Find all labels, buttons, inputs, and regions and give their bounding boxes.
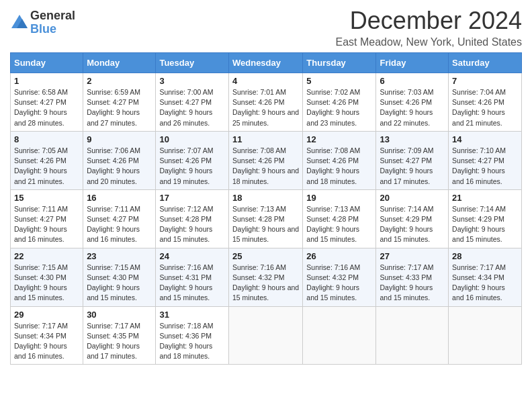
- weekday-header-monday: Monday: [83, 53, 156, 73]
- day-number: 1: [14, 76, 79, 86]
- sunset-label: Sunset: 4:33 PM: [380, 273, 432, 281]
- daylight-label: Daylight: 9 hours and 28 minutes.: [14, 108, 67, 126]
- calendar-cell: 7Sunrise: 7:04 AMSunset: 4:26 PMDaylight…: [449, 73, 522, 132]
- daylight-label: Daylight: 9 hours and 15 minutes.: [380, 225, 433, 243]
- day-info: Sunrise: 7:10 AMSunset: 4:27 PMDaylight:…: [452, 146, 518, 187]
- calendar-cell: 12Sunrise: 7:08 AMSunset: 4:26 PMDayligh…: [303, 131, 376, 189]
- sunset-label: Sunset: 4:26 PM: [306, 98, 359, 106]
- day-number: 7: [452, 76, 518, 86]
- day-number: 19: [306, 193, 372, 203]
- day-info: Sunrise: 7:14 AMSunset: 4:29 PMDaylight:…: [452, 204, 518, 245]
- calendar-cell: 30Sunrise: 7:17 AMSunset: 4:35 PMDayligh…: [83, 306, 156, 365]
- daylight-label: Daylight: 9 hours and 18 minutes.: [232, 167, 299, 185]
- sunset-label: Sunset: 4:26 PM: [14, 156, 66, 165]
- sunrise-label: Sunrise: 7:05 AM: [14, 146, 68, 154]
- calendar-cell: 26Sunrise: 7:16 AMSunset: 4:32 PMDayligh…: [303, 248, 376, 306]
- logo-general-text: General: [30, 9, 75, 23]
- sunset-label: Sunset: 4:29 PM: [452, 215, 504, 223]
- day-info: Sunrise: 7:04 AMSunset: 4:26 PMDaylight:…: [452, 87, 518, 128]
- week-row-1: 1Sunrise: 6:58 AMSunset: 4:27 PMDaylight…: [11, 73, 522, 132]
- sunset-label: Sunset: 4:26 PM: [159, 156, 212, 165]
- sunrise-label: Sunrise: 7:17 AM: [87, 322, 140, 330]
- day-number: 25: [232, 251, 299, 261]
- daylight-label: Daylight: 9 hours and 21 minutes.: [452, 108, 505, 126]
- day-number: 30: [87, 310, 152, 320]
- sunset-label: Sunset: 4:26 PM: [380, 98, 432, 106]
- calendar-cell: 14Sunrise: 7:10 AMSunset: 4:27 PMDayligh…: [449, 131, 522, 189]
- calendar-cell: 8Sunrise: 7:05 AMSunset: 4:26 PMDaylight…: [11, 131, 83, 189]
- sunrise-label: Sunrise: 7:06 AM: [87, 146, 140, 154]
- sunrise-label: Sunrise: 7:11 AM: [87, 205, 140, 213]
- sunset-label: Sunset: 4:32 PM: [306, 273, 359, 281]
- sunset-label: Sunset: 4:27 PM: [452, 156, 504, 165]
- day-number: 5: [306, 76, 372, 86]
- calendar-cell: 4Sunrise: 7:01 AMSunset: 4:26 PMDaylight…: [228, 73, 302, 132]
- sunset-label: Sunset: 4:30 PM: [14, 273, 66, 281]
- day-number: 16: [87, 193, 152, 203]
- daylight-label: Daylight: 9 hours and 15 minutes.: [87, 283, 140, 302]
- sunrise-label: Sunrise: 7:18 AM: [159, 322, 213, 330]
- sunrise-label: Sunrise: 7:17 AM: [452, 263, 506, 271]
- day-info: Sunrise: 7:17 AMSunset: 4:35 PMDaylight:…: [87, 321, 152, 362]
- daylight-label: Daylight: 9 hours and 22 minutes.: [380, 108, 433, 126]
- sunset-label: Sunset: 4:26 PM: [232, 156, 285, 165]
- calendar-cell: 28Sunrise: 7:17 AMSunset: 4:34 PMDayligh…: [449, 248, 522, 306]
- sunrise-label: Sunrise: 7:09 AM: [380, 146, 433, 154]
- calendar-cell: 21Sunrise: 7:14 AMSunset: 4:29 PMDayligh…: [449, 189, 522, 248]
- calendar-cell: 22Sunrise: 7:15 AMSunset: 4:30 PMDayligh…: [11, 248, 83, 306]
- day-info: Sunrise: 7:15 AMSunset: 4:30 PMDaylight:…: [87, 263, 152, 304]
- week-row-5: 29Sunrise: 7:17 AMSunset: 4:34 PMDayligh…: [11, 306, 522, 365]
- sunrise-label: Sunrise: 7:07 AM: [159, 146, 213, 154]
- day-info: Sunrise: 7:17 AMSunset: 4:34 PMDaylight:…: [14, 321, 79, 362]
- weekday-header-row: SundayMondayTuesdayWednesdayThursdayFrid…: [11, 53, 522, 73]
- day-info: Sunrise: 7:14 AMSunset: 4:29 PMDaylight:…: [380, 204, 445, 245]
- location-title: East Meadow, New York, United States: [336, 36, 522, 48]
- day-number: 8: [14, 134, 79, 144]
- sunrise-label: Sunrise: 7:12 AM: [159, 205, 213, 213]
- sunset-label: Sunset: 4:27 PM: [380, 156, 432, 165]
- daylight-label: Daylight: 9 hours and 16 minutes.: [14, 225, 67, 243]
- daylight-label: Daylight: 9 hours and 15 minutes.: [159, 283, 212, 302]
- day-number: 9: [87, 134, 152, 144]
- daylight-label: Daylight: 9 hours and 18 minutes.: [306, 167, 359, 185]
- day-info: Sunrise: 7:16 AMSunset: 4:32 PMDaylight:…: [232, 263, 299, 304]
- daylight-label: Daylight: 9 hours and 26 minutes.: [159, 108, 212, 126]
- day-info: Sunrise: 7:12 AMSunset: 4:28 PMDaylight:…: [159, 204, 225, 245]
- calendar-cell: 2Sunrise: 6:59 AMSunset: 4:27 PMDaylight…: [83, 73, 156, 132]
- weekday-header-friday: Friday: [376, 53, 449, 73]
- sunrise-label: Sunrise: 7:15 AM: [87, 263, 140, 271]
- day-info: Sunrise: 7:16 AMSunset: 4:32 PMDaylight:…: [306, 263, 372, 304]
- sunrise-label: Sunrise: 7:08 AM: [232, 146, 286, 154]
- daylight-label: Daylight: 9 hours and 25 minutes.: [232, 108, 299, 126]
- day-number: 4: [232, 76, 299, 86]
- sunset-label: Sunset: 4:36 PM: [159, 332, 212, 340]
- sunset-label: Sunset: 4:27 PM: [87, 215, 139, 223]
- day-number: 22: [14, 251, 79, 261]
- sunset-label: Sunset: 4:26 PM: [232, 98, 285, 106]
- day-number: 12: [306, 134, 372, 144]
- day-number: 27: [380, 251, 445, 261]
- daylight-label: Daylight: 9 hours and 16 minutes.: [452, 283, 505, 302]
- sunrise-label: Sunrise: 7:13 AM: [232, 205, 286, 213]
- calendar-cell: 15Sunrise: 7:11 AMSunset: 4:27 PMDayligh…: [11, 189, 83, 248]
- calendar-cell: 23Sunrise: 7:15 AMSunset: 4:30 PMDayligh…: [83, 248, 156, 306]
- day-info: Sunrise: 6:59 AMSunset: 4:27 PMDaylight:…: [87, 87, 152, 128]
- sunset-label: Sunset: 4:27 PM: [14, 98, 66, 106]
- daylight-label: Daylight: 9 hours and 15 minutes.: [232, 283, 299, 302]
- sunset-label: Sunset: 4:27 PM: [159, 98, 212, 106]
- sunset-label: Sunset: 4:27 PM: [14, 215, 66, 223]
- day-number: 3: [159, 76, 225, 86]
- daylight-label: Daylight: 9 hours and 17 minutes.: [380, 167, 433, 185]
- calendar-cell: 6Sunrise: 7:03 AMSunset: 4:26 PMDaylight…: [376, 73, 449, 132]
- day-info: Sunrise: 7:09 AMSunset: 4:27 PMDaylight:…: [380, 146, 445, 187]
- day-info: Sunrise: 7:08 AMSunset: 4:26 PMDaylight:…: [306, 146, 372, 187]
- weekday-header-saturday: Saturday: [449, 53, 522, 73]
- calendar-cell: 18Sunrise: 7:13 AMSunset: 4:28 PMDayligh…: [228, 189, 302, 248]
- sunset-label: Sunset: 4:30 PM: [87, 273, 139, 281]
- sunrise-label: Sunrise: 6:58 AM: [14, 88, 68, 96]
- weekday-header-sunday: Sunday: [11, 53, 83, 73]
- sunset-label: Sunset: 4:28 PM: [232, 215, 285, 223]
- sunset-label: Sunset: 4:27 PM: [87, 98, 139, 106]
- daylight-label: Daylight: 9 hours and 15 minutes.: [452, 225, 505, 243]
- calendar-cell: 29Sunrise: 7:17 AMSunset: 4:34 PMDayligh…: [11, 306, 83, 365]
